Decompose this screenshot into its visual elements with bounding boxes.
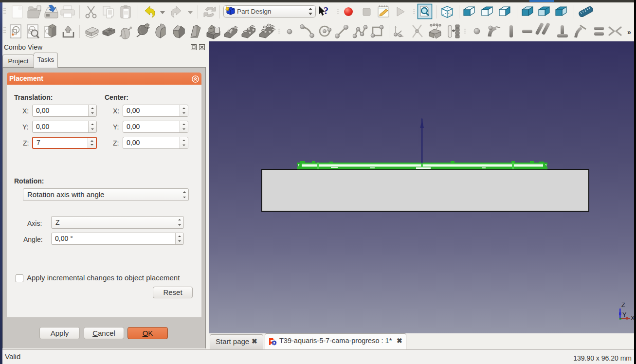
svg-text:?: ? bbox=[324, 5, 328, 16]
svg-text:Y: Y bbox=[622, 311, 627, 318]
svg-text:»: » bbox=[627, 28, 631, 36]
svg-text:X: X bbox=[631, 315, 634, 322]
svg-text:Z: Z bbox=[621, 302, 625, 309]
svg-text:Part Design: Part Design bbox=[237, 8, 272, 15]
